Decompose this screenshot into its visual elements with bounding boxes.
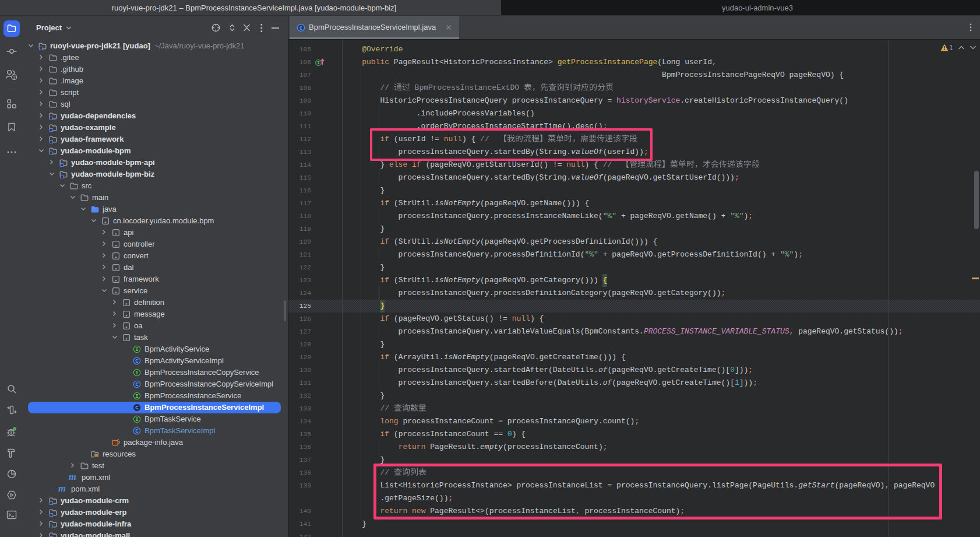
svg-text:C: C (135, 381, 139, 388)
svg-text:I: I (317, 61, 320, 65)
svg-text:C: C (135, 428, 139, 434)
svg-text:I: I (135, 370, 139, 376)
svg-text:?: ? (13, 75, 16, 80)
svg-text:C: C (299, 26, 302, 31)
svg-text:I: I (135, 416, 139, 423)
svg-text:I: I (135, 393, 139, 399)
svg-text:I: I (135, 346, 139, 353)
svg-text:C: C (135, 358, 139, 364)
svg-text:C: C (135, 405, 139, 411)
